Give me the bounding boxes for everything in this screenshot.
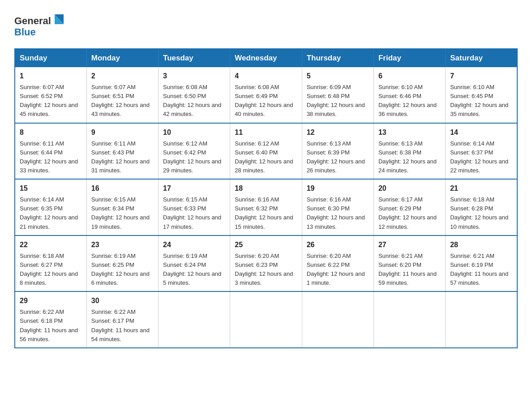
day-number: 17 <box>163 183 225 194</box>
day-info: Sunrise: 6:11 AMSunset: 6:43 PMDaylight:… <box>91 140 150 174</box>
calendar-cell: 15Sunrise: 6:14 AMSunset: 6:35 PMDayligh… <box>15 179 86 235</box>
calendar-cell: 11Sunrise: 6:12 AMSunset: 6:40 PMDayligh… <box>230 123 302 180</box>
calendar-cell: 4Sunrise: 6:08 AMSunset: 6:49 PMDaylight… <box>230 67 302 123</box>
day-info: Sunrise: 6:22 AMSunset: 6:18 PMDaylight:… <box>20 308 78 342</box>
day-info: Sunrise: 6:10 AMSunset: 6:45 PMDaylight:… <box>450 84 508 117</box>
day-info: Sunrise: 6:16 AMSunset: 6:32 PMDaylight:… <box>235 196 293 230</box>
calendar-cell: 1Sunrise: 6:07 AMSunset: 6:52 PMDaylight… <box>15 67 86 123</box>
day-number: 6 <box>378 71 441 81</box>
calendar-cell: 28Sunrise: 6:21 AMSunset: 6:19 PMDayligh… <box>446 235 517 292</box>
calendar-cell: 21Sunrise: 6:18 AMSunset: 6:28 PMDayligh… <box>446 179 517 235</box>
day-number: 25 <box>235 240 297 250</box>
day-number: 24 <box>163 240 225 250</box>
day-number: 13 <box>378 127 441 138</box>
weekday-header-saturday: Saturday <box>446 49 517 67</box>
week-row-5: 29Sunrise: 6:22 AMSunset: 6:18 PMDayligh… <box>15 291 517 348</box>
calendar-cell: 6Sunrise: 6:10 AMSunset: 6:46 PMDaylight… <box>373 67 445 123</box>
day-number: 2 <box>91 71 154 81</box>
day-number: 23 <box>91 240 154 250</box>
day-info: Sunrise: 6:14 AMSunset: 6:37 PMDaylight:… <box>450 140 508 174</box>
page-header: General Blue <box>14 11 518 39</box>
day-number: 12 <box>307 127 369 138</box>
logo: General Blue <box>14 11 68 39</box>
day-info: Sunrise: 6:18 AMSunset: 6:28 PMDaylight:… <box>450 196 508 230</box>
calendar-cell: 23Sunrise: 6:19 AMSunset: 6:25 PMDayligh… <box>86 235 158 292</box>
day-info: Sunrise: 6:20 AMSunset: 6:23 PMDaylight:… <box>235 253 293 286</box>
weekday-header-row: SundayMondayTuesdayWednesdayThursdayFrid… <box>15 49 517 67</box>
calendar-cell <box>302 291 373 348</box>
calendar-cell: 9Sunrise: 6:11 AMSunset: 6:43 PMDaylight… <box>86 123 158 180</box>
calendar-cell: 29Sunrise: 6:22 AMSunset: 6:18 PMDayligh… <box>15 291 86 348</box>
calendar-cell: 2Sunrise: 6:07 AMSunset: 6:51 PMDaylight… <box>86 67 158 123</box>
day-info: Sunrise: 6:13 AMSunset: 6:38 PMDaylight:… <box>378 140 437 174</box>
calendar-cell: 25Sunrise: 6:20 AMSunset: 6:23 PMDayligh… <box>230 235 302 292</box>
day-number: 28 <box>450 240 512 250</box>
day-info: Sunrise: 6:08 AMSunset: 6:49 PMDaylight:… <box>235 84 293 117</box>
day-number: 20 <box>378 183 441 194</box>
logo-text: General Blue <box>14 11 68 39</box>
calendar-table: SundayMondayTuesdayWednesdayThursdayFrid… <box>14 48 518 348</box>
week-row-4: 22Sunrise: 6:18 AMSunset: 6:27 PMDayligh… <box>15 235 517 292</box>
day-info: Sunrise: 6:19 AMSunset: 6:25 PMDaylight:… <box>91 253 150 286</box>
svg-text:General: General <box>14 15 51 26</box>
day-number: 15 <box>20 183 82 194</box>
calendar-cell: 20Sunrise: 6:17 AMSunset: 6:29 PMDayligh… <box>373 179 445 235</box>
calendar-cell: 8Sunrise: 6:11 AMSunset: 6:44 PMDaylight… <box>15 123 86 180</box>
calendar-cell: 24Sunrise: 6:19 AMSunset: 6:24 PMDayligh… <box>159 235 230 292</box>
calendar-cell <box>446 291 517 348</box>
calendar-cell: 16Sunrise: 6:15 AMSunset: 6:34 PMDayligh… <box>86 179 158 235</box>
day-number: 16 <box>91 183 154 194</box>
day-info: Sunrise: 6:12 AMSunset: 6:42 PMDaylight:… <box>163 140 221 174</box>
weekday-header-wednesday: Wednesday <box>230 49 302 67</box>
calendar-cell: 5Sunrise: 6:09 AMSunset: 6:48 PMDaylight… <box>302 67 373 123</box>
weekday-header-sunday: Sunday <box>15 49 86 67</box>
day-info: Sunrise: 6:11 AMSunset: 6:44 PMDaylight:… <box>20 140 78 174</box>
calendar-cell <box>230 291 302 348</box>
calendar-cell: 7Sunrise: 6:10 AMSunset: 6:45 PMDaylight… <box>446 67 517 123</box>
day-info: Sunrise: 6:09 AMSunset: 6:48 PMDaylight:… <box>307 84 365 117</box>
day-number: 11 <box>235 127 297 138</box>
day-info: Sunrise: 6:12 AMSunset: 6:40 PMDaylight:… <box>235 140 293 174</box>
calendar-cell: 26Sunrise: 6:20 AMSunset: 6:22 PMDayligh… <box>302 235 373 292</box>
day-info: Sunrise: 6:17 AMSunset: 6:29 PMDaylight:… <box>378 196 437 230</box>
logo-svg: General Blue <box>14 11 68 38</box>
day-info: Sunrise: 6:07 AMSunset: 6:51 PMDaylight:… <box>91 84 150 117</box>
weekday-header-friday: Friday <box>373 49 445 67</box>
day-info: Sunrise: 6:21 AMSunset: 6:20 PMDaylight:… <box>378 253 437 286</box>
svg-text:Blue: Blue <box>14 26 36 38</box>
weekday-header-thursday: Thursday <box>302 49 373 67</box>
calendar-cell: 19Sunrise: 6:16 AMSunset: 6:30 PMDayligh… <box>302 179 373 235</box>
calendar-cell: 30Sunrise: 6:22 AMSunset: 6:17 PMDayligh… <box>86 291 158 348</box>
day-number: 22 <box>20 240 82 250</box>
day-number: 21 <box>450 183 512 194</box>
calendar-cell <box>159 291 230 348</box>
day-info: Sunrise: 6:13 AMSunset: 6:39 PMDaylight:… <box>307 140 365 174</box>
day-info: Sunrise: 6:19 AMSunset: 6:24 PMDaylight:… <box>163 253 221 286</box>
day-number: 1 <box>20 71 82 81</box>
day-number: 27 <box>378 240 441 250</box>
calendar-cell: 12Sunrise: 6:13 AMSunset: 6:39 PMDayligh… <box>302 123 373 180</box>
calendar-cell: 10Sunrise: 6:12 AMSunset: 6:42 PMDayligh… <box>159 123 230 180</box>
week-row-1: 1Sunrise: 6:07 AMSunset: 6:52 PMDaylight… <box>15 67 517 123</box>
day-number: 3 <box>163 71 225 81</box>
week-row-2: 8Sunrise: 6:11 AMSunset: 6:44 PMDaylight… <box>15 123 517 180</box>
calendar-cell: 18Sunrise: 6:16 AMSunset: 6:32 PMDayligh… <box>230 179 302 235</box>
day-number: 14 <box>450 127 512 138</box>
day-number: 7 <box>450 71 512 81</box>
day-info: Sunrise: 6:20 AMSunset: 6:22 PMDaylight:… <box>307 253 365 286</box>
day-number: 19 <box>307 183 369 194</box>
day-info: Sunrise: 6:15 AMSunset: 6:33 PMDaylight:… <box>163 196 221 230</box>
day-info: Sunrise: 6:15 AMSunset: 6:34 PMDaylight:… <box>91 196 150 230</box>
week-row-3: 15Sunrise: 6:14 AMSunset: 6:35 PMDayligh… <box>15 179 517 235</box>
day-number: 4 <box>235 71 297 81</box>
day-number: 9 <box>91 127 154 138</box>
day-number: 26 <box>307 240 369 250</box>
calendar-cell: 17Sunrise: 6:15 AMSunset: 6:33 PMDayligh… <box>159 179 230 235</box>
day-info: Sunrise: 6:21 AMSunset: 6:19 PMDaylight:… <box>450 253 508 286</box>
calendar-cell: 3Sunrise: 6:08 AMSunset: 6:50 PMDaylight… <box>159 67 230 123</box>
day-info: Sunrise: 6:10 AMSunset: 6:46 PMDaylight:… <box>378 84 437 117</box>
calendar-cell: 14Sunrise: 6:14 AMSunset: 6:37 PMDayligh… <box>446 123 517 180</box>
weekday-header-tuesday: Tuesday <box>159 49 230 67</box>
weekday-header-monday: Monday <box>86 49 158 67</box>
calendar-cell: 22Sunrise: 6:18 AMSunset: 6:27 PMDayligh… <box>15 235 86 292</box>
